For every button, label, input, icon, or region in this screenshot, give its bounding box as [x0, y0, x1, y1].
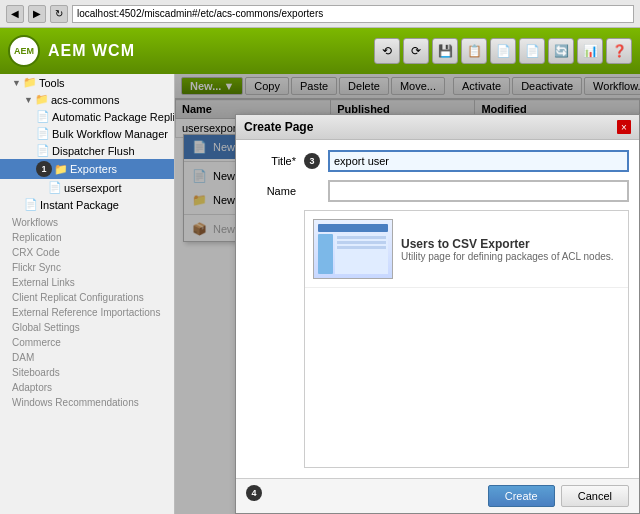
sidebar-item-extra-13[interactable]: Windows Recommendations [12, 395, 170, 410]
sidebar-item-extra-4[interactable]: Flickr Sync [12, 260, 170, 275]
folder-icon: 📄 [36, 144, 50, 157]
sidebar-item-extra-2[interactable]: Replication [12, 230, 170, 245]
expand-icon: ▼ [12, 78, 21, 88]
sidebar-item-auto-pkg[interactable]: 📄 Automatic Package Replication [0, 108, 174, 125]
template-info: Users to CSV Exporter Utility page for d… [401, 237, 620, 262]
sidebar-item-extra-11[interactable]: Siteboards [12, 365, 170, 380]
address-bar[interactable]: localhost:4502/miscadmin#/etc/acs-common… [72, 5, 634, 23]
sidebar-item-bulk-wf[interactable]: 📄 Bulk Workflow Manager [0, 125, 174, 142]
main-layout: ▼ 📁 Tools ▼ 📁 acs-commons 📄 Automatic Pa… [0, 74, 640, 514]
dialog-title: Create Page [244, 120, 313, 134]
folder-icon: 📄 [48, 181, 62, 194]
name-label: Name [246, 185, 296, 197]
dialog-footer: 4 Create Cancel [236, 478, 639, 513]
expand-icon: ▼ [24, 95, 33, 105]
title-input[interactable] [328, 150, 629, 172]
aem-title: AEM WCM [48, 42, 135, 60]
toolbar-btn-8[interactable]: 📊 [577, 38, 603, 64]
sidebar-item-extra-1[interactable]: Workflows [12, 215, 170, 230]
toolbar-btn-7[interactable]: 🔄 [548, 38, 574, 64]
sidebar-label: Instant Package [40, 199, 119, 211]
sidebar-item-extra-7[interactable]: External Reference Importactions [12, 305, 170, 320]
folder-icon: 📄 [24, 198, 38, 211]
toolbar-btn-3[interactable]: 💾 [432, 38, 458, 64]
name-input[interactable] [328, 180, 629, 202]
url-text: localhost:4502/miscadmin#/etc/acs-common… [77, 8, 323, 19]
sidebar-label: acs-commons [51, 94, 119, 106]
sidebar: ▼ 📁 Tools ▼ 📁 acs-commons 📄 Automatic Pa… [0, 74, 175, 514]
toolbar-btn-5[interactable]: 📄 [490, 38, 516, 64]
folder-icon: 📄 [36, 110, 50, 123]
forward-button[interactable]: ▶ [28, 5, 46, 23]
sidebar-item-extra-10[interactable]: DAM [12, 350, 170, 365]
title-row: Title* 3 [246, 150, 629, 172]
refresh-button[interactable]: ↻ [50, 5, 68, 23]
label-1: 1 [36, 161, 52, 177]
template-item[interactable]: Users to CSV Exporter Utility page for d… [305, 211, 628, 288]
toolbar-btn-9[interactable]: ❓ [606, 38, 632, 64]
sidebar-item-acs-commons[interactable]: ▼ 📁 acs-commons [0, 91, 174, 108]
cancel-button[interactable]: Cancel [561, 485, 629, 507]
sidebar-item-instant-pkg[interactable]: 📄 Instant Package [0, 196, 174, 213]
sidebar-item-tools[interactable]: ▼ 📁 Tools [0, 74, 174, 91]
sidebar-tree: ▼ 📁 Tools ▼ 📁 acs-commons 📄 Automatic Pa… [0, 74, 174, 410]
folder-icon: 📁 [54, 163, 68, 176]
toolbar-btn-6[interactable]: 📄 [519, 38, 545, 64]
template-area[interactable]: Users to CSV Exporter Utility page for d… [304, 210, 629, 468]
toolbar-btn-4[interactable]: 📋 [461, 38, 487, 64]
sidebar-item-usersexport[interactable]: 📄 usersexport [0, 179, 174, 196]
template-thumbnail [313, 219, 393, 279]
browser-bar: ◀ ▶ ↻ localhost:4502/miscadmin#/etc/acs-… [0, 0, 640, 28]
template-name: Users to CSV Exporter [401, 237, 620, 251]
aem-logo: AEM [8, 35, 40, 67]
sidebar-item-extra-5[interactable]: External Links [12, 275, 170, 290]
dialog-body: Title* 3 Name [236, 140, 639, 478]
thumb-row-3 [337, 246, 386, 249]
folder-icon: 📁 [23, 76, 37, 89]
sidebar-item-exporters[interactable]: 1 📁 Exporters [0, 159, 174, 179]
sidebar-label: Exporters [70, 163, 117, 175]
toolbar-btn-2[interactable]: ⟳ [403, 38, 429, 64]
toolbar-btn-1[interactable]: ⟲ [374, 38, 400, 64]
create-button[interactable]: Create [488, 485, 555, 507]
aem-toolbar: ⟲ ⟳ 💾 📋 📄 📄 🔄 📊 ❓ [374, 38, 632, 64]
sidebar-item-extra-3[interactable]: CRX Code [12, 245, 170, 260]
name-row: Name [246, 180, 629, 202]
thumb-row-1 [337, 236, 386, 239]
sidebar-item-dispatcher[interactable]: 📄 Dispatcher Flush [0, 142, 174, 159]
template-desc: Utility page for defining packages of AC… [401, 251, 620, 262]
sidebar-label: Automatic Package Replication [52, 111, 174, 123]
sidebar-label: usersexport [64, 182, 121, 194]
thumb-content [318, 234, 388, 274]
content-area: New... ▼ Copy Paste Delete Move... Activ… [175, 74, 640, 514]
sidebar-label: Tools [39, 77, 65, 89]
folder-icon: 📄 [36, 127, 50, 140]
sidebar-label: Dispatcher Flush [52, 145, 135, 157]
back-button[interactable]: ◀ [6, 5, 24, 23]
label-3: 3 [304, 153, 320, 169]
sidebar-item-extra-12[interactable]: Adaptors [12, 380, 170, 395]
aem-header: AEM AEM WCM ⟲ ⟳ 💾 📋 📄 📄 🔄 📊 ❓ [0, 28, 640, 74]
label-4: 4 [246, 485, 262, 501]
title-label: Title* [246, 155, 296, 167]
create-page-dialog: Create Page × Title* 3 Name [235, 114, 640, 514]
folder-icon: 📁 [35, 93, 49, 106]
sidebar-item-extra-6[interactable]: Client Replicat Configurations [12, 290, 170, 305]
thumb-header [318, 224, 388, 232]
dialog-header: Create Page × [236, 115, 639, 140]
thumb-row-2 [337, 241, 386, 244]
thumb-col-1 [318, 234, 333, 274]
thumb-spacer [335, 234, 388, 274]
sidebar-item-extra-8[interactable]: Global Settings [12, 320, 170, 335]
dialog-close-button[interactable]: × [617, 120, 631, 134]
sidebar-item-extra-9[interactable]: Commerce [12, 335, 170, 350]
sidebar-label: Bulk Workflow Manager [52, 128, 168, 140]
